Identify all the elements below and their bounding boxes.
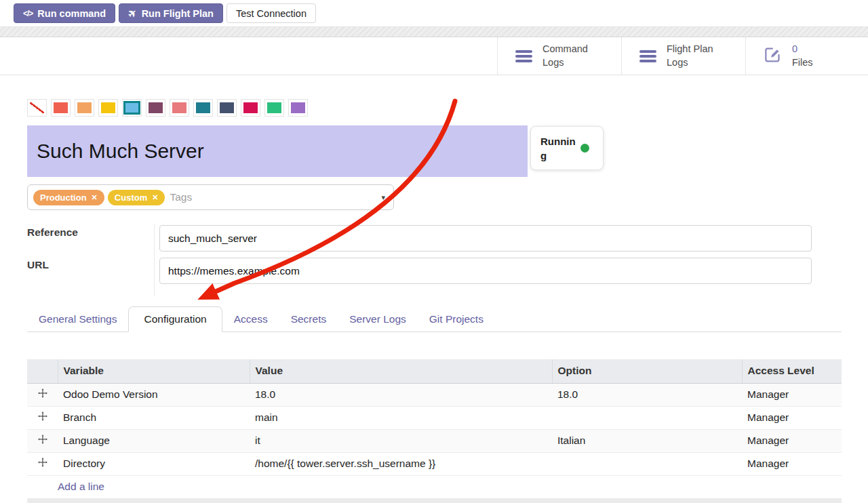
drag-handle-icon[interactable] [27,383,58,406]
field-group-rule [154,224,155,296]
color-swatch-none[interactable] [27,99,47,117]
run-flight-plan-label: Run Flight Plan [142,8,214,19]
files-button[interactable]: 0 Files [745,37,868,75]
separator-strip [0,26,868,37]
cell-value[interactable]: it [250,429,552,452]
color-swatch-green[interactable] [264,99,284,117]
color-swatch-purple[interactable] [288,99,308,117]
flight-plan-logs-label: Flight Plan Logs [667,43,729,69]
column-header-access-level[interactable]: Access Level [742,359,842,383]
cell-access[interactable]: Manager [742,383,842,406]
status-label: Running [540,134,576,163]
tags-placeholder: Tags [170,191,192,203]
tag-label: Production [40,193,87,203]
cell-access[interactable]: Manager [742,452,842,475]
notebook-tabs: General Settings Configuration Access Se… [27,306,842,332]
color-swatch-burgundy[interactable] [146,99,165,117]
command-logs-label: Command Logs [542,43,605,69]
tab-access[interactable]: Access [222,307,279,331]
list-icon [515,50,532,62]
table-row[interactable]: Directory /home/{{ tower.server.ssh_user… [27,452,842,475]
cell-option[interactable]: Italian [552,429,742,452]
tag-label: Custom [115,193,147,203]
files-count: 0 [792,43,797,54]
run-command-label: Run command [37,8,106,19]
cell-variable[interactable]: Branch [58,406,250,429]
color-swatch-yellow[interactable] [98,99,118,117]
server-form-page: </> Run command ✈ Run Flight Plan Test C… [0,0,868,503]
drag-handle-icon[interactable] [27,429,58,452]
reference-label: Reference [27,226,78,239]
run-flight-plan-button[interactable]: ✈ Run Flight Plan [119,3,223,23]
cell-value[interactable]: 18.0 [250,383,552,406]
column-header-value[interactable]: Value [250,359,552,383]
status-dot [580,144,589,153]
plane-icon: ✈ [125,6,140,21]
configuration-table: Variable Value Option Access Level Odoo … [27,359,842,498]
url-label: URL [27,259,49,271]
handle-column-header [27,359,58,383]
tab-git-projects[interactable]: Git Projects [418,307,495,331]
color-swatch-red[interactable] [51,99,71,117]
url-input[interactable] [159,258,812,284]
drag-handle-icon[interactable] [27,452,58,475]
status-toggle[interactable]: Running [530,126,604,170]
cell-access[interactable]: Manager [742,406,842,429]
tab-secrets[interactable]: Secrets [279,307,338,331]
drag-handle-icon[interactable] [27,406,58,429]
cell-option[interactable] [552,452,742,475]
color-picker [27,99,308,117]
remove-tag-icon[interactable]: ✕ [92,194,98,201]
color-swatch-orange[interactable] [75,99,94,117]
list-icon [639,50,656,62]
add-a-line-link[interactable]: Add a line [27,475,842,498]
table-footer-strip [27,498,842,503]
color-swatch-light-blue-selected[interactable] [122,99,142,117]
chevron-down-icon[interactable]: ▾ [381,193,385,202]
color-swatch-salmon[interactable] [170,99,189,117]
reference-input[interactable] [159,225,812,252]
table-row[interactable]: Odoo Demo Version 18.0 18.0 Manager [27,383,842,406]
code-icon: </> [23,9,33,18]
cell-variable[interactable]: Odoo Demo Version [58,383,250,406]
server-name-field[interactable]: Such Much Server [27,125,528,177]
cell-variable[interactable]: Directory [58,452,250,475]
tags-input[interactable]: Production ✕ Custom ✕ Tags ▾ [27,184,394,210]
color-swatch-navy[interactable] [217,99,237,117]
command-logs-button[interactable]: Command Logs [497,37,621,75]
files-label: Files [792,57,813,68]
column-header-variable[interactable]: Variable [58,359,250,383]
remove-tag-icon[interactable]: ✕ [152,194,158,201]
color-swatch-magenta[interactable] [241,99,260,117]
column-header-option[interactable]: Option [552,359,742,383]
tag-custom[interactable]: Custom ✕ [108,190,165,205]
action-toolbar: </> Run command ✈ Run Flight Plan Test C… [0,0,868,26]
table-row[interactable]: Language it Italian Manager [27,429,842,452]
flight-plan-logs-button[interactable]: Flight Plan Logs [621,37,745,75]
page-title: Such Much Server [37,140,204,163]
cell-value[interactable]: main [250,406,552,429]
cell-variable[interactable]: Language [58,429,250,452]
tab-configuration[interactable]: Configuration [128,306,222,332]
cell-value[interactable]: /home/{{ tower.server.ssh_username }} [250,452,552,475]
form-statusbar: Command Logs Flight Plan Logs 0 Files [0,37,868,75]
tag-production[interactable]: Production ✕ [33,190,104,205]
tab-server-logs[interactable]: Server Logs [338,307,418,331]
test-connection-button[interactable]: Test Connection [226,3,316,23]
edit-icon [764,45,782,66]
cell-option[interactable]: 18.0 [552,383,742,406]
table-row[interactable]: Branch main Manager [27,406,842,429]
color-swatch-teal[interactable] [193,99,213,117]
run-command-button[interactable]: </> Run command [14,3,115,23]
cell-option[interactable] [552,406,742,429]
cell-access[interactable]: Manager [742,429,842,452]
tab-general-settings[interactable]: General Settings [27,307,128,331]
add-a-line-row: Add a line [27,475,842,498]
table-header-row: Variable Value Option Access Level [27,359,842,383]
